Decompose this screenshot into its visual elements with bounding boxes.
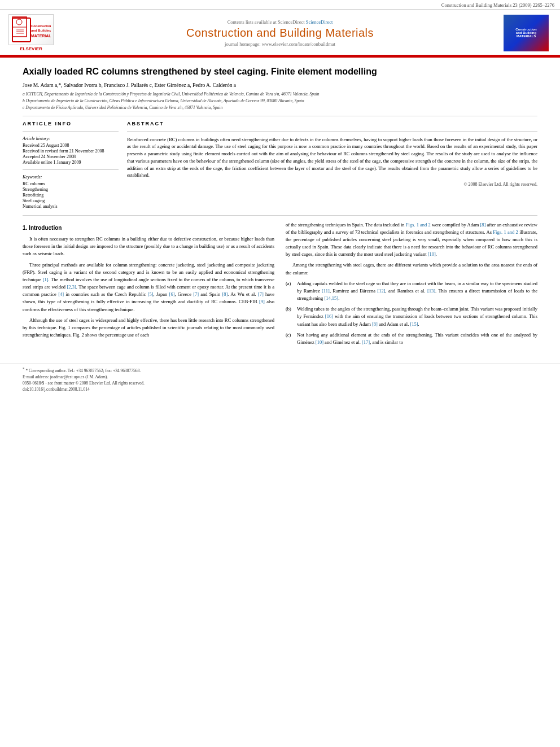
elsevier-text: ELSEVIER — [20, 46, 42, 51]
citation-text: Construction and Building Materials 23 (… — [441, 2, 554, 8]
journal-title: Construction and Building Materials — [62, 27, 498, 40]
history-accepted: Accepted 24 November 2008 — [23, 154, 119, 159]
journal-homepage: journal homepage: www.elsevier.com/locat… — [62, 41, 498, 47]
sciencedirect-text: Contents lists available at ScienceDirec… — [62, 19, 498, 25]
ref-10b: [10] — [316, 339, 323, 345]
right-para-1: of the strengthening techniques in Spain… — [286, 221, 537, 259]
svg-rect-0 — [12, 17, 27, 37]
ref-figs12b: Figs. 1 and 2 — [493, 229, 518, 235]
section1-title: 1. Introduction — [23, 224, 274, 233]
list-item-b: (b) Welding tubes to the angles of the s… — [286, 305, 537, 328]
affiliations: a ICITECH, Departamento de Ingeniería de… — [23, 91, 537, 111]
affiliation-a: a ICITECH, Departamento de Ingeniería de… — [23, 91, 537, 97]
ref-10: [10] — [428, 251, 436, 257]
ref-23: [2,3] — [67, 284, 76, 290]
svg-text:MATERIALS: MATERIALS — [31, 34, 51, 38]
abstract-label: ABSTRACT — [127, 121, 537, 126]
footnote-doi: doi:10.1016/j.conbuildmat.2008.11.014 — [23, 387, 537, 392]
history-received: Received 25 August 2008 — [23, 143, 119, 148]
ref-4: [4] — [58, 291, 64, 297]
intro-para-2: Three principal methods are available fo… — [23, 261, 274, 313]
elsevier-logo: Construction and Building MATERIALS ELSE… — [6, 14, 56, 51]
affiliation-b: b Departamento de Ingeniería de la Const… — [23, 98, 537, 104]
history-online: Available online 1 January 2009 — [23, 160, 119, 165]
ref-6: [6] — [169, 291, 175, 297]
footnote-email: E-mail address: joadmar@cst.upv.es (J.M.… — [23, 374, 537, 379]
sciencedirect-link[interactable]: ScienceDirect — [306, 19, 333, 25]
divider-1 — [23, 116, 537, 116]
ref-8c: [8] — [372, 321, 378, 327]
ref-13: [13] — [427, 288, 435, 294]
right-para-2: Among the strengthening with steel cages… — [286, 261, 537, 276]
intro-para-1: It is often necessary to strengthen RC c… — [23, 235, 274, 258]
journal-cover: Construction and Building MATERIALS — [504, 15, 554, 51]
svg-text:Construction: Construction — [31, 24, 51, 28]
svg-text:and Building: and Building — [31, 29, 51, 32]
authors: Jose M. Adam a,*, Salvador Ivorra b, Fra… — [23, 82, 537, 88]
body-left-col: 1. Introduction It is often necessary to… — [23, 221, 274, 350]
ref-1: [1] — [43, 277, 49, 282]
article-info: ARTICLE INFO Article history: Received 2… — [23, 121, 119, 209]
keyword-1: RC columns — [23, 181, 119, 186]
paper-content: Axially loaded RC columns strengthened b… — [0, 58, 560, 358]
keywords-label: Keywords: — [23, 174, 119, 180]
cover-image: Construction and Building MATERIALS — [504, 15, 549, 51]
footnote-corresponding: * * Corresponding author. Tel.: +34 9638… — [23, 366, 537, 373]
footer: * * Corresponding author. Tel.: +34 9638… — [0, 364, 560, 395]
article-meta-section: ARTICLE INFO Article history: Received 2… — [23, 121, 537, 209]
article-info-label: ARTICLE INFO — [23, 121, 119, 126]
ref-1415: [14,15] — [324, 295, 338, 301]
paper-title: Axially loaded RC columns strengthened b… — [23, 66, 537, 78]
ref-11: [11] — [322, 288, 330, 294]
journal-citation: Construction and Building Materials 23 (… — [0, 0, 560, 10]
keyword-3: Retrofitting — [23, 193, 119, 198]
list-item-a: (a) Adding capitals welded to the steel … — [286, 280, 537, 303]
divider-ai2 — [23, 169, 119, 170]
abstract-section: ABSTRACT Reinforced concrete (RC) column… — [127, 121, 537, 209]
ref-12: [12] — [377, 288, 385, 294]
ref-17: [17] — [362, 339, 370, 345]
divider-abs — [127, 131, 537, 132]
ref-8b: [8] — [480, 222, 485, 228]
affiliation-c: c Departamento de Física Aplicada, Unive… — [23, 104, 537, 111]
elsevier-logo-box: Construction and Building MATERIALS — [8, 14, 54, 45]
keyword-5: Numerical analysis — [23, 204, 119, 209]
journal-header: Construction and Building MATERIALS ELSE… — [0, 10, 560, 56]
keyword-2: Strengthening — [23, 187, 119, 192]
body-text: 1. Introduction It is often necessary to… — [23, 221, 537, 350]
ref-7b: [7] — [258, 291, 264, 297]
history-revised: Received in revised form 21 November 200… — [23, 148, 119, 154]
ref-7: [7] — [193, 291, 199, 297]
svg-point-2 — [16, 19, 22, 25]
body-right-col: of the strengthening techniques in Spain… — [286, 221, 537, 350]
list-item-c: (c) Not having any additional element at… — [286, 331, 537, 346]
ref-9: [9] — [259, 299, 265, 304]
history-label: Article history: — [23, 136, 119, 141]
ref-8: [8] — [222, 291, 228, 297]
ref-15: [15] — [410, 321, 418, 327]
keyword-4: Steel caging — [23, 198, 119, 203]
abstract-text: Reinforced concrete (RC) columns in buil… — [127, 136, 537, 180]
divider-body — [23, 215, 537, 216]
ref-figs12: Figs. 1 and 2 — [406, 222, 431, 228]
ref-5: [5] — [148, 291, 154, 297]
journal-center: Contents lists available at ScienceDirec… — [56, 19, 504, 47]
intro-para-3: Although the use of steel cages is wides… — [23, 317, 274, 339]
ref-16: [16] — [325, 313, 333, 319]
footnote-issn: 0950-0618/$ - see front matter © 2008 El… — [23, 381, 537, 386]
divider-ai — [23, 131, 119, 132]
copyright: © 2008 Elsevier Ltd. All rights reserved… — [127, 182, 537, 187]
